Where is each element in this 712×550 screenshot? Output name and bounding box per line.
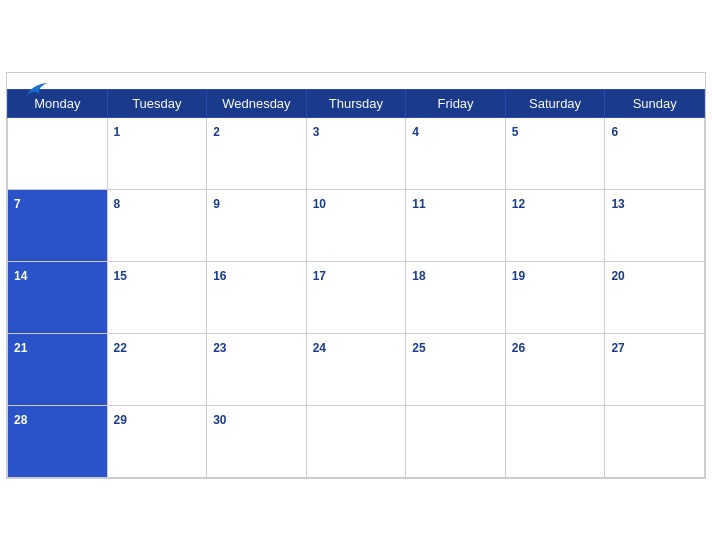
day-number: 29 xyxy=(114,413,127,427)
weekday-thursday: Thursday xyxy=(306,89,406,117)
weekday-wednesday: Wednesday xyxy=(207,89,307,117)
day-cell: 28 xyxy=(8,405,108,477)
day-cell: 23 xyxy=(207,333,307,405)
day-cell: 4 xyxy=(406,117,506,189)
day-number: 6 xyxy=(611,125,618,139)
day-cell: 2 xyxy=(207,117,307,189)
day-number: 20 xyxy=(611,269,624,283)
day-number: 26 xyxy=(512,341,525,355)
weekday-friday: Friday xyxy=(406,89,506,117)
day-number: 2 xyxy=(213,125,220,139)
day-number: 22 xyxy=(114,341,127,355)
day-cell: 19 xyxy=(505,261,605,333)
week-row-1: 78910111213 xyxy=(8,189,705,261)
weekday-tuesday: Tuesday xyxy=(107,89,207,117)
calendar: MondayTuesdayWednesdayThursdayFridaySatu… xyxy=(6,72,706,479)
day-number: 17 xyxy=(313,269,326,283)
week-row-3: 21222324252627 xyxy=(8,333,705,405)
week-row-2: 14151617181920 xyxy=(8,261,705,333)
day-cell: 27 xyxy=(605,333,705,405)
day-cell: 17 xyxy=(306,261,406,333)
day-cell xyxy=(306,405,406,477)
day-cell: 29 xyxy=(107,405,207,477)
day-number: 14 xyxy=(14,269,27,283)
day-number: 24 xyxy=(313,341,326,355)
day-number: 19 xyxy=(512,269,525,283)
calendar-table: MondayTuesdayWednesdayThursdayFridaySatu… xyxy=(7,89,705,478)
day-number: 5 xyxy=(512,125,519,139)
day-cell xyxy=(505,405,605,477)
day-cell: 24 xyxy=(306,333,406,405)
day-number: 28 xyxy=(14,413,27,427)
day-cell: 18 xyxy=(406,261,506,333)
day-number: 13 xyxy=(611,197,624,211)
day-number: 21 xyxy=(14,341,27,355)
day-cell: 14 xyxy=(8,261,108,333)
day-number: 18 xyxy=(412,269,425,283)
weekday-monday: Monday xyxy=(8,89,108,117)
day-cell xyxy=(8,117,108,189)
day-number: 8 xyxy=(114,197,121,211)
day-number: 10 xyxy=(313,197,326,211)
day-number: 3 xyxy=(313,125,320,139)
day-cell: 1 xyxy=(107,117,207,189)
day-number: 25 xyxy=(412,341,425,355)
calendar-header xyxy=(7,73,705,89)
day-cell: 5 xyxy=(505,117,605,189)
day-number: 11 xyxy=(412,197,425,211)
week-row-0: 123456 xyxy=(8,117,705,189)
week-row-4: 282930 xyxy=(8,405,705,477)
day-cell: 13 xyxy=(605,189,705,261)
weekday-sunday: Sunday xyxy=(605,89,705,117)
day-number: 7 xyxy=(14,197,21,211)
day-number: 12 xyxy=(512,197,525,211)
day-number: 27 xyxy=(611,341,624,355)
logo-bird-icon xyxy=(25,81,49,99)
day-number: 4 xyxy=(412,125,419,139)
day-cell: 25 xyxy=(406,333,506,405)
day-cell: 26 xyxy=(505,333,605,405)
day-number: 16 xyxy=(213,269,226,283)
weekday-header-row: MondayTuesdayWednesdayThursdayFridaySatu… xyxy=(8,89,705,117)
day-cell xyxy=(605,405,705,477)
day-cell: 8 xyxy=(107,189,207,261)
day-number: 23 xyxy=(213,341,226,355)
day-cell: 11 xyxy=(406,189,506,261)
day-number: 1 xyxy=(114,125,121,139)
day-cell: 9 xyxy=(207,189,307,261)
day-cell: 20 xyxy=(605,261,705,333)
day-cell: 22 xyxy=(107,333,207,405)
day-number: 9 xyxy=(213,197,220,211)
day-cell: 30 xyxy=(207,405,307,477)
day-cell: 15 xyxy=(107,261,207,333)
day-cell: 21 xyxy=(8,333,108,405)
day-cell: 10 xyxy=(306,189,406,261)
day-cell xyxy=(406,405,506,477)
day-number: 30 xyxy=(213,413,226,427)
weekday-saturday: Saturday xyxy=(505,89,605,117)
day-cell: 3 xyxy=(306,117,406,189)
day-number: 15 xyxy=(114,269,127,283)
day-cell: 12 xyxy=(505,189,605,261)
day-cell: 7 xyxy=(8,189,108,261)
day-cell: 6 xyxy=(605,117,705,189)
day-cell: 16 xyxy=(207,261,307,333)
